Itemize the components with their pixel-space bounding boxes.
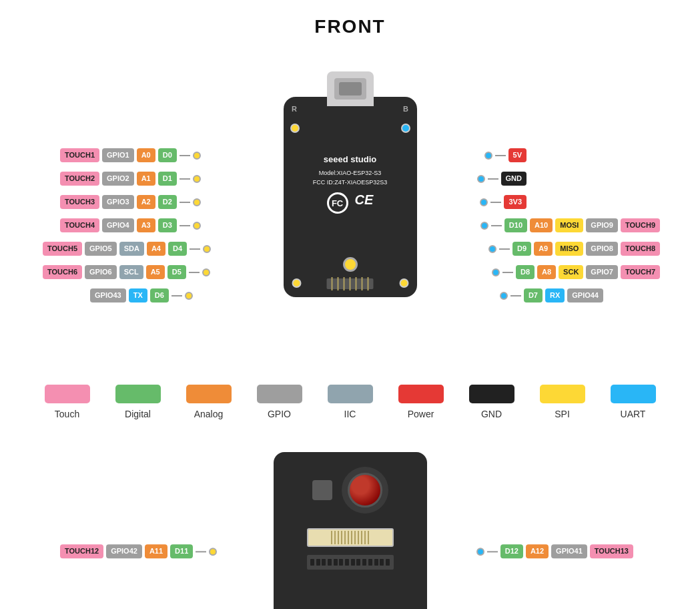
right-pin-row-6: D7 RX GPIO44 <box>500 288 603 302</box>
badge-touch1: TOUCH1 <box>60 148 99 162</box>
camera-lens <box>348 473 382 508</box>
pin-line <box>180 155 190 156</box>
bottom-left-pins: TOUCH12 GPIO42 A11 D11 <box>60 544 217 558</box>
badge-d11: D11 <box>170 544 193 558</box>
legend-box-gpio <box>257 385 302 403</box>
badge-gpio41: GPIO41 <box>551 544 587 558</box>
legend-gpio: GPIO <box>257 385 302 419</box>
left-pin-row-1: TOUCH2 GPIO2 A1 D1 <box>60 172 201 186</box>
badge-a0: A0 <box>137 148 155 162</box>
right-pin-row-0: 5V <box>484 148 527 162</box>
legend-gnd: GND <box>469 385 514 419</box>
badge-a11: A11 <box>145 544 167 558</box>
legend-box-spi <box>540 385 585 403</box>
bottom-section: TOUCH12 GPIO42 A11 D11 D12 A12 GPIO41 TO… <box>0 438 700 609</box>
left-pin-row-3: TOUCH4 GPIO4 A3 D3 <box>60 218 201 232</box>
legend-spi: SPI <box>540 385 585 419</box>
camera-lens-wrap <box>342 467 388 514</box>
ribbon-connector <box>307 528 394 547</box>
pin-dot <box>193 152 201 160</box>
left-pin-row-6: GPIO43 TX D6 <box>90 288 193 302</box>
legend-box-iic <box>328 385 373 403</box>
page-title: FRONT <box>0 0 700 49</box>
legend-uart: UART <box>611 385 656 419</box>
main-diagram: R B seeed studio Model:XIAO-ESP32-S3 FCC… <box>0 49 700 370</box>
corner-dot-b <box>401 124 410 133</box>
legend-label-touch: Touch <box>55 409 79 419</box>
legend-label-iic: IIC <box>344 409 356 419</box>
badge-gpio1: GPIO1 <box>102 148 134 162</box>
bottom-dot-r <box>399 278 408 288</box>
legend-box-touch <box>45 385 90 403</box>
badge-a12: A12 <box>526 544 549 558</box>
legend-analog: Analog <box>186 385 232 419</box>
legend-box-digital <box>115 385 161 403</box>
legend-label-digital: Digital <box>125 409 151 419</box>
legend-label-gnd: GND <box>481 409 502 419</box>
left-pin-row-0: TOUCH1 GPIO1 A0 D0 <box>60 148 201 162</box>
left-pin-row-4: TOUCH5 GPIO5 SDA A4 D4 <box>43 242 211 256</box>
camera-sensor <box>312 480 332 500</box>
legend-label-spi: SPI <box>555 409 570 419</box>
legend-box-power <box>398 385 444 403</box>
left-pin-row-2: TOUCH3 GPIO3 A2 D2 <box>60 195 201 209</box>
bottom-dot-l <box>292 278 301 288</box>
usb-connector <box>327 71 374 106</box>
right-pin-row-5: D8 A8 SCK GPIO7 TOUCH7 <box>492 265 660 279</box>
badge-touch12: TOUCH12 <box>60 544 103 558</box>
badge-touch13: TOUCH13 <box>590 544 633 558</box>
legend-label-power: Power <box>408 409 434 419</box>
badge-d12: D12 <box>500 544 523 558</box>
legend-label-uart: UART <box>621 409 646 419</box>
bottom-board <box>274 452 427 609</box>
cert-logos: FC CE <box>327 192 374 214</box>
legend: Touch Digital Analog GPIO IIC Power GND … <box>0 370 700 438</box>
pin-connector-bottom <box>307 555 394 570</box>
bottom-right-pins: D12 A12 GPIO41 TOUCH13 <box>476 544 633 558</box>
legend-touch: Touch <box>45 385 90 419</box>
legend-box-gnd <box>469 385 514 403</box>
legend-label-analog: Analog <box>194 409 224 419</box>
legend-box-analog <box>186 385 232 403</box>
right-pin-row-3: D10 A10 MOSI GPIO9 TOUCH9 <box>480 218 660 232</box>
legend-digital: Digital <box>115 385 161 419</box>
legend-power: Power <box>398 385 444 419</box>
legend-label-gpio: GPIO <box>268 409 291 419</box>
right-pin-row-1: GND <box>477 172 527 186</box>
badge-d0: D0 <box>158 148 177 162</box>
right-pin-row-4: D9 A9 MISO GPIO8 TOUCH8 <box>488 242 660 256</box>
right-pin-row-2: 3V3 <box>480 195 527 209</box>
legend-box-uart <box>611 385 656 403</box>
left-pin-row-5: TOUCH6 GPIO6 SCL A5 D5 <box>43 265 210 279</box>
badge-gpio42: GPIO42 <box>106 544 142 558</box>
corner-dot-r <box>290 124 300 133</box>
board-label: seeed studio Model:XIAO-ESP32-S3 FCC ID:… <box>313 153 388 188</box>
main-board: R B seeed studio Model:XIAO-ESP32-S3 FCC… <box>284 97 417 297</box>
camera-area <box>312 467 388 514</box>
legend-iic: IIC <box>328 385 373 419</box>
